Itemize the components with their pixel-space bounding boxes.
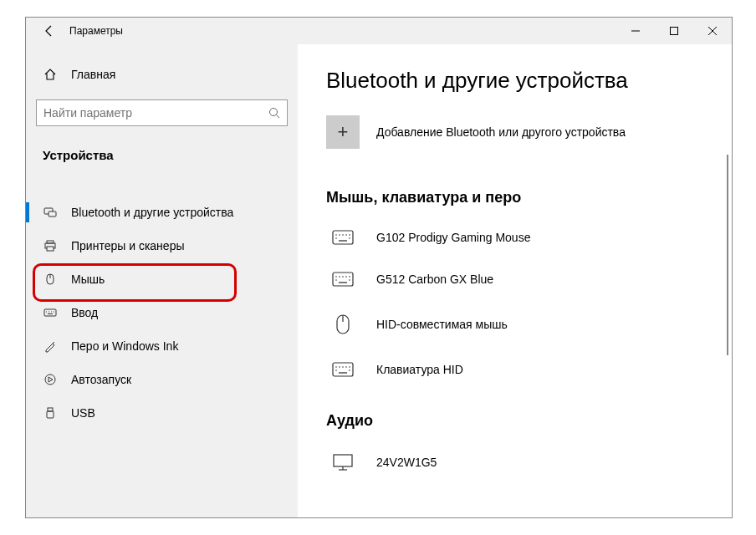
svg-point-36	[345, 276, 347, 278]
window-title: Параметры	[69, 25, 123, 37]
sidebar-item-pen[interactable]: Перо и Windows Ink	[26, 329, 298, 363]
device-label: 24V2W1G5	[376, 456, 437, 469]
sidebar-item-label: Автозапуск	[71, 373, 131, 386]
sidebar-item-printers[interactable]: Принтеры и сканеры	[26, 229, 298, 262]
svg-point-45	[339, 366, 340, 368]
svg-rect-32	[333, 273, 353, 286]
device-item[interactable]: HID-совместимая мышь	[326, 305, 732, 354]
sidebar: Главная Устройства Bluetooth и другие ус…	[26, 44, 298, 517]
maximize-button[interactable]	[655, 18, 693, 43]
device-label: Клавиатура HID	[376, 363, 463, 376]
svg-point-4	[270, 109, 278, 116]
device-label: G102 Prodigy Gaming Mouse	[376, 231, 530, 244]
search-input[interactable]	[43, 106, 268, 120]
svg-point-33	[335, 276, 337, 278]
category-header: Устройства	[26, 141, 298, 172]
device-item[interactable]: 24V2W1G5	[326, 445, 732, 490]
add-device-button[interactable]: + Добавление Bluetooth или другого устро…	[326, 115, 732, 149]
svg-point-38	[335, 279, 337, 281]
usb-icon	[43, 406, 58, 420]
svg-rect-1	[671, 28, 678, 35]
device-item[interactable]: G102 Prodigy Gaming Mouse	[326, 222, 732, 263]
mouse-icon	[43, 273, 58, 286]
svg-point-34	[339, 276, 340, 278]
autoplay-icon	[43, 373, 58, 386]
svg-point-50	[349, 369, 350, 371]
sidebar-item-label: Перо и Windows Ink	[71, 339, 178, 353]
section-header-input-devices: Мышь, клавиатура и перо	[326, 189, 732, 206]
search-container	[36, 99, 288, 126]
svg-point-49	[335, 369, 337, 371]
svg-point-39	[349, 279, 350, 281]
svg-rect-52	[334, 455, 352, 466]
pen-icon	[43, 339, 58, 353]
search-box[interactable]	[36, 99, 288, 126]
sidebar-item-label: Принтеры и сканеры	[71, 239, 184, 252]
svg-rect-21	[48, 408, 53, 411]
sidebar-item-autoplay[interactable]: Автозапуск	[26, 363, 298, 396]
device-item[interactable]: G512 Carbon GX Blue	[326, 263, 732, 305]
svg-point-20	[45, 374, 55, 385]
svg-rect-43	[333, 363, 353, 376]
content-pane: Bluetooth и другие устройства + Добавлен…	[298, 44, 732, 517]
main-area: Главная Устройства Bluetooth и другие ус…	[26, 44, 732, 517]
sidebar-item-mouse[interactable]: Мышь	[26, 262, 298, 296]
device-label: HID-совместимая мышь	[376, 318, 508, 331]
back-button[interactable]	[33, 18, 66, 43]
home-icon	[43, 68, 58, 81]
printer-icon	[43, 239, 58, 252]
svg-point-35	[342, 276, 344, 278]
sidebar-item-label: Bluetooth и другие устройства	[71, 206, 233, 219]
plus-icon: +	[326, 115, 360, 149]
bluetooth-devices-icon	[43, 206, 58, 219]
keyboard-icon	[326, 230, 360, 245]
sidebar-item-label: Мышь	[71, 273, 105, 286]
sidebar-item-usb[interactable]: USB	[26, 396, 298, 430]
scrollbar[interactable]	[727, 155, 728, 355]
titlebar-controls	[616, 18, 732, 43]
svg-point-46	[342, 366, 344, 368]
keyboard-icon	[43, 306, 58, 319]
svg-point-25	[339, 234, 340, 236]
svg-point-47	[345, 366, 347, 368]
section-header-audio: Аудио	[326, 412, 732, 430]
minimize-button[interactable]	[616, 18, 655, 43]
svg-rect-7	[49, 211, 56, 217]
home-label: Главная	[71, 68, 115, 81]
svg-rect-23	[333, 231, 353, 244]
svg-rect-10	[47, 247, 54, 251]
sidebar-item-bluetooth[interactable]: Bluetooth и другие устройства	[26, 196, 298, 229]
mouse-icon	[326, 313, 360, 335]
home-button[interactable]: Главная	[26, 61, 298, 88]
keyboard-icon	[326, 272, 360, 287]
device-label: G512 Carbon GX Blue	[376, 273, 493, 286]
device-item[interactable]: Клавиатура HID	[326, 354, 732, 395]
svg-point-44	[335, 366, 337, 368]
page-title: Bluetooth и другие устройства	[326, 68, 732, 94]
svg-point-30	[349, 237, 350, 239]
svg-point-24	[335, 234, 337, 236]
settings-window: Параметры Главная	[25, 17, 733, 518]
search-icon	[268, 107, 280, 119]
svg-rect-13	[44, 309, 56, 316]
svg-line-5	[277, 115, 280, 119]
svg-point-29	[335, 237, 337, 239]
svg-point-26	[342, 234, 344, 236]
svg-rect-22	[47, 411, 54, 418]
close-button[interactable]	[693, 18, 732, 43]
svg-line-19	[53, 342, 54, 344]
add-device-label: Добавление Bluetooth или другого устройс…	[376, 125, 626, 139]
sidebar-item-label: USB	[71, 406, 95, 420]
svg-point-28	[349, 234, 350, 236]
titlebar: Параметры	[26, 18, 732, 44]
keyboard-icon	[326, 362, 360, 377]
sidebar-item-label: Ввод	[71, 306, 98, 319]
monitor-icon	[326, 453, 360, 471]
svg-point-48	[349, 366, 350, 368]
sidebar-item-typing[interactable]: Ввод	[26, 296, 298, 329]
svg-point-27	[345, 234, 347, 236]
svg-point-37	[349, 276, 350, 278]
